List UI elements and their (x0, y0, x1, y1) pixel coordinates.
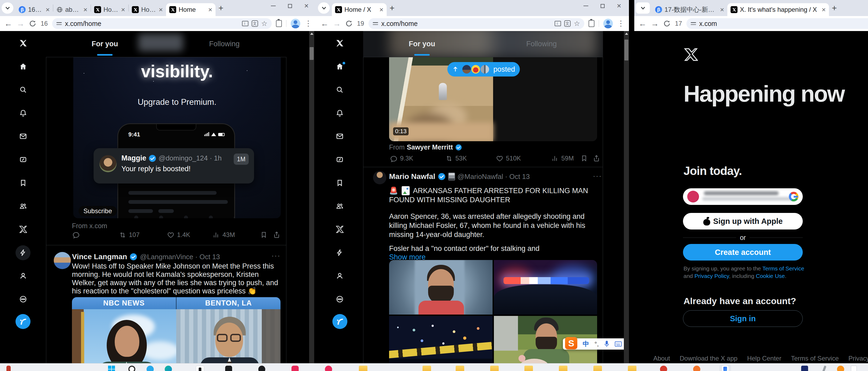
scroll-up-arrow[interactable] (310, 33, 313, 35)
browser-menu-icon[interactable]: ⋮ (305, 20, 312, 27)
scroll-up-arrow[interactable] (625, 33, 628, 35)
premium-ad-card[interactable]: visibility. Upgrade to Premium. 9:41 (73, 57, 281, 218)
reload-button[interactable] (663, 20, 671, 27)
taskbar-folder[interactable] (490, 366, 499, 371)
footer-link[interactable]: Download the X app (680, 355, 738, 362)
privacy-link[interactable]: Privacy Policy (694, 273, 729, 279)
new-tab-button[interactable]: + (829, 3, 840, 13)
maximize-button[interactable] (282, 0, 298, 12)
ad-source[interactable]: From x.com (72, 222, 107, 230)
sidebar-messages-icon[interactable] (328, 125, 352, 148)
sidebar-more-icon[interactable] (328, 287, 352, 311)
create-account-button[interactable]: Create account (683, 244, 803, 260)
reply-action[interactable] (72, 231, 80, 238)
translate-icon[interactable]: 文 (252, 20, 258, 27)
ime-keyboard-icon[interactable] (615, 341, 622, 347)
close-tab-icon[interactable]: × (208, 6, 212, 13)
taskbar-app-orange[interactable] (837, 366, 844, 371)
ime-mic-icon[interactable] (604, 341, 610, 347)
back-button[interactable]: ← (4, 20, 12, 28)
sidebar-verified-orgs-icon[interactable] (328, 241, 352, 264)
post-meta[interactable]: @MarioNawfal · Oct 13 (458, 173, 530, 181)
forward-button[interactable]: → (17, 20, 25, 28)
close-tab-icon[interactable]: × (121, 6, 125, 13)
taskbar-app-doc[interactable] (851, 366, 857, 371)
sidebar-communities-icon[interactable] (328, 194, 352, 218)
repost-action[interactable]: 53K (445, 155, 467, 162)
apple-signup-button[interactable]: Sign up with Apple (683, 213, 803, 229)
browser-tab-active[interactable]: Home / X× (332, 3, 387, 16)
terms-link[interactable]: Terms of Service (763, 265, 804, 272)
ime-chinese-mode-icon[interactable]: 中 (583, 340, 589, 348)
minimize-button[interactable] (578, 0, 594, 12)
bookmark-star-icon[interactable]: ☆ (574, 20, 580, 27)
post-meta[interactable]: @LangmanVince · Oct 13 (140, 253, 220, 261)
taskbar-folder[interactable] (628, 366, 637, 371)
browser-tab[interactable]: Home× (129, 3, 166, 16)
close-tab-icon[interactable]: × (46, 6, 50, 13)
like-action[interactable]: 510K (496, 155, 521, 162)
close-tab-icon[interactable]: × (379, 6, 383, 13)
bookmark-action[interactable] (581, 155, 588, 162)
install-app-icon[interactable] (555, 21, 561, 26)
browser-menu-icon[interactable]: ⋮ (617, 20, 625, 27)
profile-avatar[interactable] (291, 19, 300, 28)
taskbar-app-pencil[interactable] (822, 365, 826, 371)
taskbar-app-white[interactable] (196, 366, 204, 371)
post-author[interactable]: Mario Nawfal (389, 172, 435, 181)
share-action[interactable] (593, 155, 600, 162)
close-tab-icon[interactable]: × (84, 6, 88, 13)
address-bar[interactable]: x.com/home 文 ☆ (369, 18, 584, 29)
sidebar-communities-icon[interactable] (11, 194, 35, 218)
address-bar[interactable]: x.com/home 文 ☆ (52, 18, 272, 29)
taskbar-app-blue[interactable] (147, 366, 154, 371)
back-button[interactable]: ← (639, 20, 647, 28)
repost-action[interactable]: 107 (119, 231, 140, 239)
compose-post-button[interactable] (16, 314, 30, 329)
forward-button[interactable]: → (651, 20, 659, 28)
bookmark-action[interactable] (260, 231, 268, 238)
bookmark-star-icon[interactable]: ☆ (261, 20, 268, 27)
address-bar[interactable]: x.com (686, 18, 868, 29)
reload-button[interactable] (29, 20, 36, 27)
taskbar-browser-active[interactable] (719, 365, 731, 371)
taskbar-app-black-1[interactable] (225, 366, 232, 371)
profile-avatar[interactable] (603, 19, 613, 28)
tab-search-button[interactable] (318, 2, 330, 13)
x-logo[interactable] (11, 32, 35, 55)
subscribe-button[interactable]: Subscribe (79, 206, 117, 216)
close-window-button[interactable]: × (611, 0, 627, 12)
page-scrollbar[interactable] (624, 31, 629, 363)
sidebar-notifications-icon[interactable] (328, 101, 352, 125)
views-action[interactable]: 43M (213, 231, 235, 239)
new-tab-button[interactable]: + (387, 3, 397, 13)
minimize-button[interactable] (265, 0, 282, 12)
views-action[interactable]: 59M (551, 155, 574, 162)
sidebar-grok-icon[interactable] (11, 148, 35, 171)
tab-for-you[interactable]: For you (78, 31, 131, 57)
avatar[interactable] (54, 252, 71, 269)
back-button[interactable]: ← (321, 20, 329, 28)
footer-link[interactable]: Terms of Service (791, 355, 839, 362)
site-settings-icon[interactable] (373, 22, 378, 26)
sidebar-home-icon[interactable] (328, 55, 352, 78)
extension-icon[interactable] (589, 20, 594, 27)
signin-button[interactable]: Sign in (683, 310, 803, 327)
sidebar-notifications-icon[interactable] (11, 101, 35, 125)
maximize-button[interactable] (594, 0, 611, 12)
site-settings-icon[interactable] (56, 22, 62, 26)
site-settings-icon[interactable] (691, 22, 696, 26)
sidebar-premium-icon[interactable] (328, 218, 352, 241)
taskbar-folder[interactable] (524, 366, 533, 371)
tab-following[interactable]: Following (197, 31, 251, 57)
taskbar-folder[interactable] (559, 366, 567, 371)
sidebar-explore-icon[interactable] (11, 78, 35, 101)
google-signin-button[interactable] (683, 188, 803, 205)
scrollbar-thumb[interactable] (310, 47, 314, 60)
browser-tab-active[interactable]: X. It's what's happening / X× (727, 3, 829, 16)
taskbar-folder[interactable] (359, 366, 367, 371)
tab-search-button[interactable] (2, 2, 13, 13)
close-tab-icon[interactable]: × (720, 6, 724, 13)
sidebar-home-icon[interactable] (11, 55, 35, 78)
tab-following[interactable]: Following (515, 31, 568, 57)
